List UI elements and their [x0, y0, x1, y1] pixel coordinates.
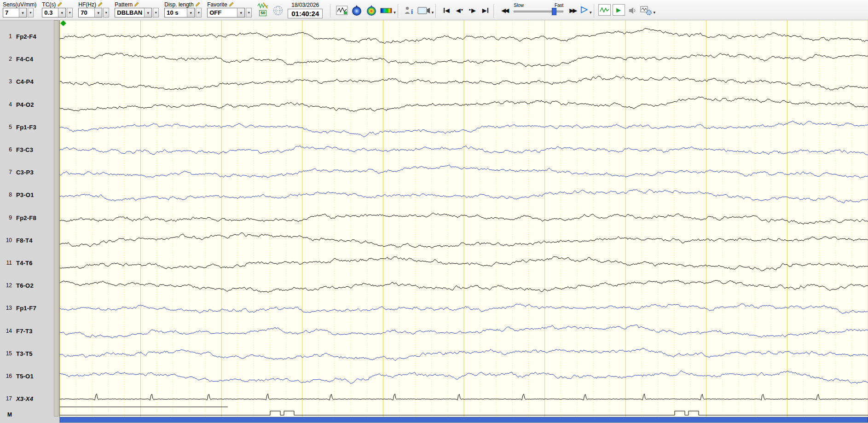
vertical-scrollbar-thumb[interactable]: [54, 20, 58, 417]
fast-backward-button[interactable]: ◀◀: [498, 5, 511, 16]
hf-select[interactable]: 70 ▾: [78, 8, 102, 17]
left-triangle-icon: ◀: [456, 7, 461, 14]
video-button[interactable]: [416, 4, 432, 17]
play-dropdown-icon[interactable]: ▾: [590, 10, 592, 15]
colormap-button[interactable]: [379, 4, 393, 17]
channel-number: 10: [0, 237, 12, 243]
trace-P3-O1: [60, 189, 868, 203]
channel-row[interactable]: 7C3-P3: [0, 168, 53, 177]
channel-label: F3-C3: [16, 146, 33, 153]
channel-row[interactable]: 3C4-P4: [0, 77, 53, 86]
sens-label: Sens(uV/mm): [3, 1, 36, 8]
channel-row[interactable]: 6F3-C3: [0, 145, 53, 154]
chevron-down-icon[interactable]: ▾: [19, 8, 26, 17]
patient-info-icon: i: [404, 6, 415, 16]
edit-pencil-icon[interactable]: [196, 2, 201, 7]
chevron-down-icon[interactable]: ▾: [187, 8, 194, 17]
sens-spin-button[interactable]: ▾: [28, 8, 34, 17]
sens-control: Sens(uV/mm) 7 ▾ ▾: [3, 1, 36, 17]
channel-row[interactable]: M: [0, 410, 53, 419]
notch-filter-button[interactable]: 50: [257, 2, 268, 16]
channel-row[interactable]: 14F7-T3: [0, 326, 53, 336]
video-dropdown-icon[interactable]: ▾: [432, 10, 434, 15]
jump-to-start-button[interactable]: ◀: [440, 5, 453, 16]
channel-label: C3-P3: [16, 169, 34, 176]
channel-row[interactable]: 9Fp2-F8: [0, 213, 53, 222]
channel-row[interactable]: 4P4-O2: [0, 100, 53, 109]
colormap-dropdown-icon[interactable]: ▾: [393, 10, 396, 15]
horizontal-scrollbar-thumb[interactable]: [60, 417, 868, 423]
pattern-select[interactable]: DBLBAN ▾: [115, 8, 152, 17]
bar-icon: [444, 8, 445, 13]
disp-length-control: Disp. length 10 s ▾ ▾: [164, 1, 202, 17]
channel-number: M: [0, 411, 12, 418]
edit-pencil-icon[interactable]: [229, 2, 234, 7]
channel-row[interactable]: 2F4-C4: [0, 54, 53, 64]
step-forward-button[interactable]: •▶: [466, 5, 479, 16]
auto-play-button[interactable]: ▶: [613, 4, 625, 16]
montage-settings-button[interactable]: [639, 4, 654, 17]
channel-label: P3-O1: [16, 191, 34, 198]
channel-number: 11: [0, 260, 12, 266]
edit-pencil-icon[interactable]: [98, 2, 103, 7]
toolbar-divider: [330, 4, 330, 18]
channel-row[interactable]: 11T4-T6: [0, 258, 53, 267]
channel-number: 14: [0, 328, 12, 334]
pattern-control: Pattern DBLBAN ▾ ▾: [115, 1, 159, 17]
eeg-waveforms: [60, 20, 868, 417]
chevron-down-icon[interactable]: ▾: [58, 8, 65, 17]
quick-wave-button[interactable]: [335, 4, 349, 17]
topo-map-blue-button[interactable]: [349, 4, 364, 17]
tc-select[interactable]: 0.3 ▾: [42, 8, 66, 17]
step-back-button[interactable]: ◀•: [453, 5, 466, 16]
topo-map-color-button[interactable]: [364, 4, 379, 17]
channel-label: F7-T3: [16, 328, 33, 335]
chevron-down-icon[interactable]: ▾: [237, 8, 244, 17]
trace-C3-P3: [60, 165, 868, 178]
trace-Fp2-F8: [60, 213, 868, 225]
datetime-display: 18/03/2026 01:40:24: [288, 2, 323, 18]
tc-spin-button[interactable]: ▾: [67, 8, 73, 17]
pattern-label: Pattern: [115, 1, 133, 8]
waveform-icon: [336, 6, 348, 16]
audio-button[interactable]: [627, 4, 639, 17]
disp-length-spin-button[interactable]: ▾: [196, 8, 202, 17]
channel-label: F8-T4: [16, 237, 33, 244]
favorite-spin-button[interactable]: ▾: [246, 8, 252, 17]
horizontal-scrollbar[interactable]: [60, 417, 868, 423]
eeg-trace-area[interactable]: [60, 20, 868, 417]
channel-row[interactable]: 5Fp1-F3: [0, 122, 53, 132]
pattern-spin-button[interactable]: ▾: [153, 8, 159, 17]
channel-row[interactable]: 16T5-O1: [0, 371, 53, 381]
channel-number: 6: [0, 146, 12, 153]
vertical-scrollbar[interactable]: [53, 20, 59, 417]
record-time: 01:40:24: [288, 9, 323, 18]
play-button[interactable]: ▷: [579, 4, 590, 14]
channel-row[interactable]: 1Fp2-F4: [0, 32, 53, 41]
channel-row[interactable]: 17X3-X4: [0, 394, 53, 403]
edit-pencil-icon[interactable]: [134, 2, 139, 7]
channel-row[interactable]: 8P3-O1: [0, 190, 53, 199]
speed-slider-thumb[interactable]: [552, 8, 556, 15]
channel-row[interactable]: 13Fp1-F7: [0, 303, 53, 313]
jump-to-end-button[interactable]: ▶: [479, 5, 492, 16]
channel-row[interactable]: 15T3-T5: [0, 349, 53, 358]
favorite-control: Favorite OFF ▾ ▾: [207, 1, 252, 17]
chevron-down-icon[interactable]: ▾: [94, 8, 102, 17]
sens-select[interactable]: 7 ▾: [3, 8, 27, 17]
toolbar-divider: [594, 4, 594, 18]
edit-pencil-icon[interactable]: [58, 2, 63, 7]
hf-spin-button[interactable]: ▾: [103, 8, 109, 17]
settings-dropdown-icon[interactable]: ▾: [654, 10, 656, 15]
speed-slider-track[interactable]: [513, 8, 564, 15]
favorite-select[interactable]: OFF ▾: [207, 8, 245, 17]
patient-info-button[interactable]: i: [402, 4, 416, 17]
channel-row[interactable]: 10F8-T4: [0, 236, 53, 245]
channel-number: 8: [0, 191, 12, 198]
electrode-map-button[interactable]: [271, 4, 285, 17]
chevron-down-icon[interactable]: ▾: [144, 8, 151, 17]
fast-forward-button[interactable]: ▶▶: [566, 5, 579, 16]
trend-analysis-button[interactable]: [598, 4, 611, 16]
channel-row[interactable]: 12T6-O2: [0, 281, 53, 290]
disp-length-select[interactable]: 10 s ▾: [164, 8, 195, 17]
